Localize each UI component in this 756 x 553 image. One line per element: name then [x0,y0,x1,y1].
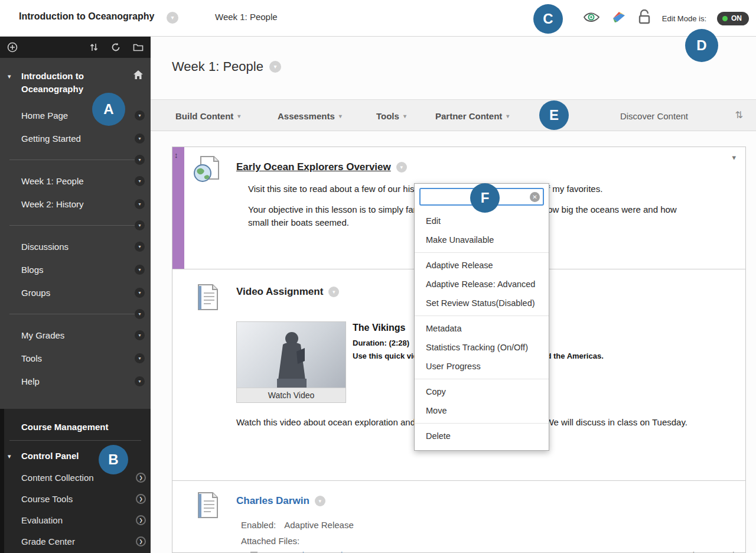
edit-mode-toggle[interactable]: ON [717,12,749,25]
item-title-row: Video Assignment ▾ [236,286,339,298]
assessments-button[interactable]: Assessments▾ [278,100,342,132]
collapse-caret-icon[interactable]: ▾ [8,73,11,80]
tools-button[interactable]: Tools▾ [376,100,406,132]
chevron-right-icon[interactable]: ❯ [136,473,146,483]
menu-divider: ▾ [0,309,151,319]
reorder-icon[interactable] [89,42,99,53]
attached-file-link[interactable]: HMS Beagle Voyage.kmz [262,551,356,553]
build-content-button[interactable]: Build Content▾ [175,100,240,132]
menu-item-user-progress[interactable]: User Progress [415,357,549,376]
collapse-caret-icon[interactable]: ▾ [8,453,11,460]
chevron-down-icon[interactable]: ▾ [135,330,145,340]
course-theme-icon[interactable] [611,10,627,27]
explorers-title-link[interactable]: Early Ocean Explorers Overview [236,161,391,173]
page-title: Week 1: People [172,59,263,74]
sidebar-course-title[interactable]: Introduction to Oceanography [21,70,127,96]
page-header: Week 1: People ▾ [172,59,281,74]
course-menu-nav: Home Page ▾ Getting Started ▾ ▾ Week 1: … [0,104,151,393]
menu-item-statistics-tracking[interactable]: Statistics Tracking (On/Off) [415,338,549,357]
menu-item-make-unavailable[interactable]: Make Unavailable [415,230,549,249]
sidebar-item-help[interactable]: Help ▾ [0,370,151,393]
student-preview-icon[interactable] [583,11,601,26]
chevron-down-icon[interactable]: ▾ [135,242,145,252]
item-options-chevron-icon[interactable]: ▾ [396,162,407,173]
header-actions: Edit Mode is: ON [583,0,749,37]
menu-item-edit[interactable]: Edit [415,212,549,230]
chevron-down-icon[interactable]: ▾ [135,353,145,363]
sidebar-item-course-tools[interactable]: Course Tools ❯ [0,488,151,509]
chevron-right-icon[interactable]: ❯ [136,494,146,504]
sidebar-item-week1-people[interactable]: Week 1: People ▾ [0,170,151,193]
watch-video-label[interactable]: Watch Video [237,388,346,402]
item-options-chevron-icon[interactable]: ▾ [315,496,325,506]
edit-mode-label: Edit Mode is: [662,14,706,23]
sidebar-item-getting-started[interactable]: Getting Started ▾ [0,127,151,150]
annotation-d: D [685,29,718,62]
chevron-down-icon[interactable]: ▾ [135,199,145,209]
annotation-a: A [92,93,125,126]
sidebar-item-blogs[interactable]: Blogs ▾ [0,258,151,281]
breadcrumb[interactable]: Week 1: People [215,12,278,22]
attached-files-label: Attached Files: [241,536,299,546]
sort-icon[interactable]: ⇅ [735,109,743,121]
home-icon[interactable] [133,70,144,82]
clear-search-icon[interactable]: ✕ [530,192,540,202]
video-thumbnail[interactable]: Watch Video [236,321,346,403]
attached-file-row: HMS Beagle Voyage.kmz (27.163 KB) [250,551,735,553]
refresh-icon[interactable] [110,42,121,53]
chevron-down-icon[interactable]: ▾ [135,265,145,275]
context-menu-group: Metadata Statistics Tracking (On/Off) Us… [415,315,549,376]
header-course-title[interactable]: Introduction to Oceanography [19,11,154,22]
charles-darwin-link[interactable]: Charles Darwin [236,495,309,507]
chevron-down-icon[interactable]: ▾ [135,376,145,386]
add-menu-item-icon[interactable] [7,42,18,53]
menu-item-metadata[interactable]: Metadata [415,319,549,338]
chevron-down-icon[interactable]: ▾ [135,110,145,121]
chevron-down-icon[interactable]: ▾ [135,155,145,165]
sidebar-item-groups[interactable]: Groups ▾ [0,281,151,304]
chevron-right-icon[interactable]: ❯ [136,536,146,547]
menu-item-adaptive-release[interactable]: Adaptive Release [415,256,549,275]
blackboard-app: Introduction to Oceanography ▾ Week 1: P… [0,0,756,553]
sidebar-item-my-grades[interactable]: My Grades ▾ [0,324,151,347]
chevron-down-icon[interactable]: ▾ [135,176,145,186]
context-menu-list: Edit Make Unavailable Adaptive Release A… [415,209,549,450]
menu-item-adaptive-release-advanced[interactable]: Adaptive Release: Advanced [415,275,549,294]
chevron-down-icon: ▾ [403,113,406,119]
course-management-title: Course Management [0,422,151,432]
top-header: Introduction to Oceanography ▾ Week 1: P… [0,0,756,37]
chevron-down-icon: ▾ [237,113,240,119]
chevron-right-icon[interactable]: ❯ [136,515,146,525]
menu-item-move[interactable]: Move [415,401,549,420]
course-title-chevron-icon[interactable]: ▾ [167,12,178,24]
drag-handle-icon[interactable]: ↕ [174,151,178,160]
sidebar-item-grade-center[interactable]: Grade Center ❯ [0,531,151,552]
sidebar-item-content-collection[interactable]: Content Collection ❯ [0,467,151,488]
sidebar-course-header[interactable]: ▾ Introduction to Oceanography [0,58,151,104]
chevron-down-icon[interactable]: ▾ [135,288,145,298]
chevron-down-icon: ▾ [506,113,509,119]
chevron-down-icon[interactable]: ▾ [135,309,145,319]
lock-icon[interactable] [637,9,651,27]
discover-content-button[interactable]: Discover Content [620,100,688,132]
menu-item-delete[interactable]: Delete [415,427,549,445]
sidebar-item-home-page[interactable]: Home Page ▾ [0,104,151,127]
page-title-chevron-icon[interactable]: ▾ [269,61,281,73]
annotation-e: E [539,100,569,130]
partner-content-button[interactable]: Partner Content▾ [435,100,509,132]
course-menu-sidebar: ▾ Introduction to Oceanography Home Page… [0,37,151,553]
chevron-down-icon[interactable]: ▾ [135,134,145,144]
context-menu-group: Copy Move [415,379,549,420]
item-options-chevron-icon[interactable]: ▾ [328,287,339,297]
menu-item-set-review-status[interactable]: Set Review Status(Disabled) [415,294,549,313]
sidebar-item-control-panel[interactable]: ▾ Control Panel [0,444,151,467]
sidebar-item-evaluation[interactable]: Evaluation ❯ [0,509,151,531]
sidebar-item-discussions[interactable]: Discussions ▾ [0,235,151,258]
collapse-item-icon[interactable]: ▾ [732,153,736,162]
menu-item-copy[interactable]: Copy [415,382,549,401]
item-title-row: Charles Darwin ▾ [236,495,325,507]
sidebar-item-week2-history[interactable]: Week 2: History ▾ [0,193,151,216]
folder-view-icon[interactable] [133,43,144,52]
chevron-down-icon[interactable]: ▾ [135,220,145,230]
sidebar-item-tools[interactable]: Tools ▾ [0,347,151,370]
